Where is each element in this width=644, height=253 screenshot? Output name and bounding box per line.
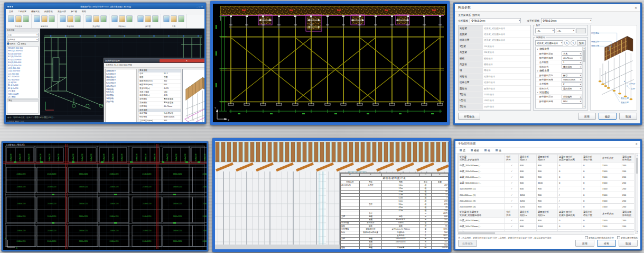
table-row[interactable]: 200x400mm (3) ✓ 1200 900 / 0 1500 200 2 — [459, 198, 635, 204]
ok-button[interactable]: 确定 — [599, 113, 617, 120]
member-type-row[interactable]: 自定义区... 自定义区域做法 — [459, 110, 530, 111]
pin-icon[interactable]: ▪ — [38, 29, 39, 31]
tool-icon[interactable] — [93, 15, 99, 22]
table-row[interactable]: 120x300mm (1) ✓ 600 900 / 0 1500 200 2 — [459, 186, 635, 192]
property-row[interactable]: 楼层首层 — [138, 76, 181, 80]
table-row[interactable]: 边梁_400x700mm (... ✓ 600 900 0 0 1500 200… — [459, 218, 635, 223]
prop-value-select[interactable]: 1 — [562, 60, 582, 65]
tool-icon[interactable] — [145, 15, 151, 22]
close-icon[interactable]: ✕ — [634, 6, 637, 10]
category-tab[interactable]: 墙 — [496, 149, 501, 152]
tool-icon[interactable] — [152, 15, 158, 22]
table-row[interactable]: 边梁_500x700mm (... ✓ 600 1000 0 0 1500 20… — [459, 223, 635, 229]
ribbon-buttons[interactable] — [111, 15, 133, 22]
property-row[interactable]: 立杆纵距la(mm)900 — [138, 120, 181, 123]
table-row[interactable]: 200x300mm (1) ✓ 1200 900 / 0 1500 200 2 — [459, 192, 635, 197]
cad-canvas[interactable]: 梁构件做法设置 ✕ 当前构件: KL-1 (300×600) 首层 梁模板做法矩… — [40, 29, 204, 115]
tool-icon[interactable] — [34, 15, 40, 22]
tree-node[interactable]: 安全系数 — [106, 101, 136, 104]
dialog-titlebar[interactable]: 梁构件做法设置 ✕ — [104, 58, 206, 63]
ribbon-buttons[interactable] — [137, 15, 158, 22]
condition-value-input[interactable] — [576, 28, 586, 33]
tool-icon[interactable] — [8, 15, 14, 22]
property-row[interactable]: 混凝土强度C30 — [138, 91, 181, 95]
layout-table[interactable]: 矩形梁矩形梁_步步紧做法 立杆共用梁底立杆间距La梁两侧立杆间距Lb边梁外侧立杆… — [458, 153, 634, 235]
maximize-button[interactable]: □ — [199, 5, 200, 8]
property-row[interactable]: 钢管规格Φ48×3.0mm — [138, 116, 181, 120]
ribbon-tab[interactable]: 模板支架 — [29, 10, 42, 13]
property-row[interactable]: 立杆横距lb(mm)600 — [138, 123, 181, 124]
property-row[interactable]: 截面宽度b(mm)300 — [138, 80, 181, 84]
dialog-titlebar[interactable]: 手动排布设置 ✕ — [455, 141, 640, 148]
prop-group-header[interactable]: 对拉螺栓 — [536, 91, 585, 94]
shared-checkbox[interactable]: ✓ — [505, 223, 519, 229]
category-tab[interactable]: 梁 — [460, 149, 465, 152]
plan-drawing[interactable]: 2440x1220 2440x1220 2440x1220 2440x1220 … — [3, 143, 207, 250]
prop-value-select[interactable]: Φ48x3.0mm — [562, 77, 582, 82]
ribbon-buttons[interactable] — [86, 15, 107, 22]
apply-button[interactable]: 应用 — [578, 113, 596, 120]
scrollbar-vertical[interactable]: ▲ ▼ — [582, 47, 585, 108]
prop-value-select[interactable]: 方木 — [562, 51, 582, 56]
tool-icon[interactable] — [137, 15, 144, 22]
property-row[interactable]: 梁顶标高(m)4.470 — [138, 87, 181, 91]
property-row[interactable]: 梁侧模板覆膜多层板 — [138, 98, 181, 102]
member-type-row[interactable]: 矩形柱 矩形柱做法 — [459, 74, 530, 79]
batch-edit-button[interactable]: 批量修改 — [458, 240, 477, 247]
table-row[interactable]: 边梁_200x600mm (... ✓ 600 900 0 0 1500 200… — [459, 174, 635, 180]
ribbon-tab[interactable]: 工程设置 — [16, 10, 29, 13]
ribbon-tab[interactable]: 安全计算 — [55, 10, 68, 13]
property-row[interactable]: 支模高度(m)4.35 — [138, 94, 181, 98]
shared-checkbox[interactable]: ✓ — [505, 218, 519, 223]
category-tab[interactable]: 柱 — [484, 149, 490, 152]
radio-by-floor[interactable]: 按楼层 — [17, 42, 26, 45]
property-row[interactable]: 次楞规格40×70mm — [138, 105, 181, 109]
shared-checkbox[interactable]: ✓ — [505, 192, 519, 197]
member-type-row[interactable]: 墙 墙做法 — [459, 68, 530, 74]
prop-group-header[interactable]: 侧模次楞 — [536, 47, 585, 51]
prop-value-select[interactable]: 2 — [562, 82, 582, 86]
shared-checkbox[interactable]: ✓ — [505, 162, 519, 168]
tool-icon[interactable] — [178, 15, 184, 22]
member-type-row[interactable]: 1型梁 1型梁做法 — [459, 43, 530, 49]
close-icon[interactable]: ✕ — [635, 142, 638, 146]
elevation-drawing[interactable]: Y X — [213, 4, 447, 122]
table-row[interactable]: 边梁_600x600mm (... ✓ 600 1100 0 0 1500 20… — [459, 180, 635, 186]
property-row[interactable]: 名称KL-1 — [138, 73, 181, 76]
tool-icon[interactable] — [23, 15, 29, 22]
floor-select[interactable]: 首层▾ — [7, 33, 39, 37]
member-type-row[interactable]: 悬挑梁 矩形梁_对拉螺栓做法 — [459, 31, 530, 37]
close-icon[interactable]: ✕ — [160, 59, 206, 62]
property-row[interactable]: 截面高度h(mm)600 — [138, 84, 181, 87]
tool-icon[interactable] — [60, 15, 66, 22]
edit-icon[interactable]: ✎ — [571, 40, 576, 46]
ribbon-tab[interactable]: 帮助 — [80, 10, 88, 13]
shared-checkbox[interactable]: ✓ — [505, 174, 519, 180]
shared-checkbox[interactable]: ✓ — [505, 204, 519, 210]
ribbon-buttons[interactable] — [163, 15, 184, 22]
prop-value-select[interactable]: 钢管 — [562, 73, 582, 77]
member-type-row[interactable]: T型柱 T型柱做法 — [459, 92, 530, 97]
tool-icon[interactable] — [100, 15, 107, 22]
pole-spec-select[interactable]: Φ48x3.0mm — [470, 18, 521, 23]
member-type-row[interactable]: 高支梁 1型梁做法 — [459, 50, 530, 56]
member-type-row[interactable]: 特殊位置 矩形柱做法 — [459, 80, 530, 86]
checkbox-option-1[interactable]: 梁和板共用时优先排布立杆 — [585, 236, 614, 239]
tool-icon[interactable] — [126, 15, 133, 22]
scroll-down-icon[interactable]: ▼ — [583, 105, 585, 108]
scrollbar-vertical[interactable]: ▲▼ — [635, 153, 638, 234]
shared-checkbox[interactable]: ✓ — [505, 180, 519, 186]
member-type-row[interactable]: 圆形柱 圆形柱做法 — [459, 86, 530, 92]
prop-group-header[interactable]: 侧模主楞 — [536, 69, 585, 73]
category-tab[interactable]: 楼板 — [471, 149, 479, 152]
method-select[interactable]: 矩形梁_对拉螺栓做法 — [535, 40, 563, 46]
tool-icon[interactable] — [15, 15, 22, 22]
tool-icon[interactable] — [74, 15, 81, 22]
prop-value-select[interactable]: M14 — [562, 99, 582, 103]
radio-by-member[interactable]: 按构件 — [7, 42, 15, 45]
tool-icon[interactable] — [41, 15, 48, 22]
scroll-up-icon[interactable]: ▲ — [583, 47, 585, 50]
tool-icon[interactable] — [163, 15, 170, 22]
ribbon-tab[interactable]: 外脚手架 — [42, 10, 55, 13]
tree-item[interactable]: QL1 圈梁 — [8, 96, 38, 98]
